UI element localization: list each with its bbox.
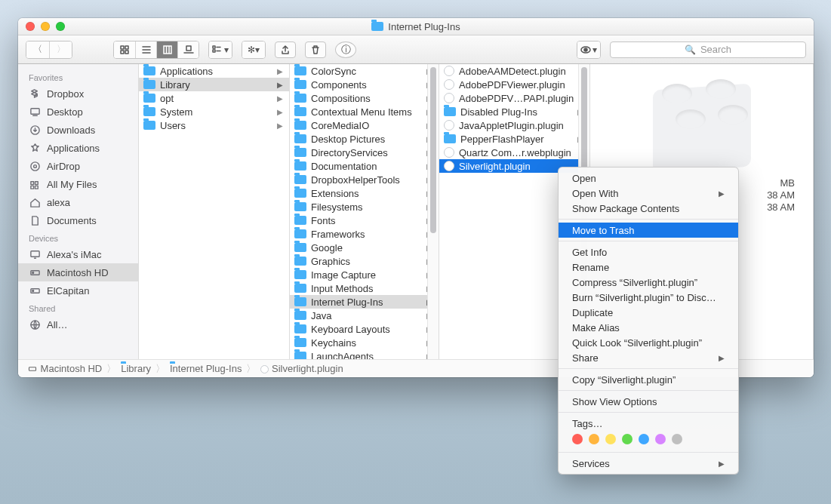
zoom-button[interactable] bbox=[56, 22, 65, 31]
sidebar-item[interactable]: Applications bbox=[18, 139, 138, 157]
column-item[interactable]: AdobePDFV…PAPI.plugin bbox=[439, 91, 589, 105]
menu-item[interactable]: Get Info bbox=[559, 244, 738, 260]
column-item[interactable]: Extensions▶ bbox=[290, 186, 439, 200]
sidebar[interactable]: FavoritesDropboxDesktopDownloadsApplicat… bbox=[18, 64, 139, 359]
folder-icon bbox=[371, 22, 383, 31]
menu-item[interactable]: Move to Trash bbox=[559, 223, 738, 238]
tag-color[interactable] bbox=[589, 434, 599, 444]
menu-item[interactable]: Quick Look “Silverlight.plugin” bbox=[559, 335, 738, 350]
forward-button[interactable]: 〉 bbox=[49, 41, 72, 58]
sidebar-item[interactable]: Desktop bbox=[18, 103, 138, 121]
sidebar-item[interactable]: Downloads bbox=[18, 121, 138, 139]
share-button[interactable] bbox=[275, 41, 296, 58]
column-item[interactable]: Image Capture▶ bbox=[290, 268, 439, 281]
path-segment[interactable]: Library bbox=[121, 363, 151, 375]
column-item[interactable]: Users▶ bbox=[139, 118, 289, 132]
context-menu[interactable]: OpenOpen With▶Show Package ContentsMove … bbox=[558, 167, 739, 475]
column-item[interactable]: AdobePDFViewer.plugin bbox=[439, 78, 589, 91]
menu-item[interactable]: Tags… bbox=[559, 416, 738, 431]
column-item[interactable]: opt▶ bbox=[139, 91, 289, 105]
column-item[interactable]: DirectoryServices▶ bbox=[290, 146, 439, 159]
column-item[interactable]: Graphics▶ bbox=[290, 254, 439, 268]
download-icon bbox=[29, 124, 41, 136]
menu-item[interactable]: Copy “Silverlight.plugin” bbox=[559, 372, 738, 387]
tag-color[interactable] bbox=[655, 434, 666, 444]
tag-color[interactable] bbox=[672, 434, 682, 444]
column-item[interactable]: Compositions▶ bbox=[290, 91, 439, 105]
arrange-menu[interactable]: ▾ bbox=[208, 41, 232, 59]
path-segment[interactable]: Internet Plug-Ins bbox=[170, 363, 242, 375]
scroll-thumb[interactable] bbox=[430, 67, 436, 233]
search-icon: 🔍 bbox=[685, 45, 696, 55]
tag-color[interactable] bbox=[639, 434, 649, 444]
path-segment[interactable]: Macintosh HD bbox=[27, 363, 102, 374]
sidebar-item[interactable]: Macintosh HD bbox=[18, 263, 138, 281]
column-item[interactable]: PepperFlashPlayer▶ bbox=[439, 132, 589, 146]
column-item[interactable]: DropboxHelperTools▶ bbox=[290, 173, 439, 186]
column-item[interactable]: Frameworks▶ bbox=[290, 227, 439, 241]
menu-item[interactable]: Make Alias bbox=[559, 320, 738, 335]
tag-color[interactable] bbox=[622, 434, 632, 444]
column-item[interactable]: Java▶ bbox=[290, 309, 439, 322]
column-item[interactable]: Library▶ bbox=[139, 78, 289, 91]
search-field[interactable]: 🔍 Search bbox=[610, 41, 806, 58]
preview-toggle[interactable]: ▾ bbox=[577, 41, 601, 59]
sidebar-item[interactable]: alexa bbox=[18, 193, 138, 211]
column-item[interactable]: ColorSync▶ bbox=[290, 64, 439, 78]
icon-view-button[interactable] bbox=[114, 41, 135, 58]
back-button[interactable]: 〈 bbox=[26, 41, 49, 58]
menu-item[interactable]: Duplicate bbox=[559, 305, 738, 320]
column-item[interactable]: Keychains▶ bbox=[290, 336, 439, 349]
menu-item[interactable]: Open With▶ bbox=[559, 186, 738, 201]
menu-item[interactable]: Rename bbox=[559, 260, 738, 275]
column-item[interactable]: Desktop Pictures▶ bbox=[290, 132, 439, 146]
column-item[interactable]: Contextual Menu Items▶ bbox=[290, 105, 439, 118]
column-item[interactable]: Keyboard Layouts▶ bbox=[290, 322, 439, 336]
column-item[interactable]: Fonts▶ bbox=[290, 214, 439, 227]
coverflow-view-button[interactable] bbox=[177, 41, 199, 58]
column-item[interactable]: Google▶ bbox=[290, 241, 439, 254]
menu-item[interactable]: Services▶ bbox=[559, 456, 738, 471]
column-item[interactable]: Applications▶ bbox=[139, 64, 289, 78]
column-item[interactable]: Quartz Com…r.webplugin bbox=[439, 146, 589, 159]
action-menu[interactable]: ✻▾ bbox=[242, 41, 266, 59]
menu-item[interactable]: Open bbox=[559, 171, 738, 186]
tag-color[interactable] bbox=[605, 434, 616, 444]
column-item[interactable]: Input Methods▶ bbox=[290, 281, 439, 295]
sidebar-item[interactable]: ElCapitan bbox=[18, 281, 138, 300]
column-item[interactable]: Filesystems▶ bbox=[290, 200, 439, 214]
sidebar-item[interactable]: All My Files bbox=[18, 175, 138, 193]
column-item[interactable]: LaunchAgents▶ bbox=[290, 349, 439, 359]
list-view-button[interactable] bbox=[135, 41, 156, 58]
column-item[interactable]: Disabled Plug-Ins▶ bbox=[439, 105, 589, 118]
sidebar-item[interactable]: Alexa's iMac bbox=[18, 245, 138, 263]
column-item[interactable]: Documentation▶ bbox=[290, 159, 439, 173]
sidebar-item[interactable]: All… bbox=[18, 315, 138, 333]
menu-item[interactable]: Compress “Silverlight.plugin” bbox=[559, 275, 738, 290]
menu-item[interactable]: Burn “Silverlight.plugin” to Disc… bbox=[559, 290, 738, 305]
column-item[interactable]: Components▶ bbox=[290, 78, 439, 91]
menu-item[interactable]: Show View Options bbox=[559, 394, 738, 409]
minimize-button[interactable] bbox=[41, 22, 50, 31]
info-button[interactable]: ⓘ bbox=[335, 41, 356, 58]
trash-button[interactable] bbox=[305, 41, 326, 58]
close-button[interactable] bbox=[26, 22, 35, 31]
menu-item[interactable]: Show Package Contents bbox=[559, 201, 738, 216]
menu-item[interactable]: Share▶ bbox=[559, 350, 738, 365]
toolbar: 〈 〉 ▾ ✻▾ ⓘ ▾ 🔍 Search bbox=[18, 35, 814, 64]
sidebar-item[interactable]: Dropbox bbox=[18, 85, 138, 103]
column-item[interactable]: CoreMediaIO▶ bbox=[290, 118, 439, 132]
path-segment[interactable]: Silverlight.plugin bbox=[260, 363, 343, 374]
sidebar-item[interactable]: Documents bbox=[18, 211, 138, 229]
scrollbar[interactable] bbox=[427, 64, 439, 359]
sidebar-item[interactable]: AirDrop bbox=[18, 157, 138, 175]
column-1[interactable]: Applications▶Library▶opt▶System▶Users▶ bbox=[139, 64, 290, 359]
column-2[interactable]: ColorSync▶Components▶Compositions▶Contex… bbox=[290, 64, 439, 359]
tag-color[interactable] bbox=[572, 434, 583, 444]
column-item[interactable]: System▶ bbox=[139, 105, 289, 118]
folder-icon bbox=[294, 107, 306, 116]
column-item[interactable]: JavaAppletPlugin.plugin bbox=[439, 118, 589, 132]
column-view-button[interactable] bbox=[156, 41, 177, 58]
column-item[interactable]: Internet Plug-Ins▶ bbox=[290, 295, 439, 309]
column-item[interactable]: AdobeAAMDetect.plugin bbox=[439, 64, 589, 78]
